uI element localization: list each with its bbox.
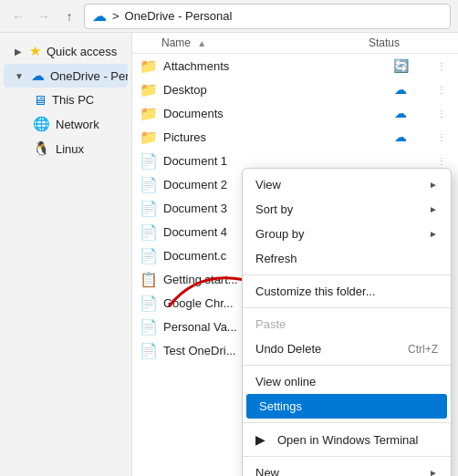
menu-item-paste[interactable]: Paste xyxy=(243,312,451,336)
sort-icon: ▲ xyxy=(197,38,206,48)
word-icon: 📄 xyxy=(140,318,158,336)
pc-icon: 🖥 xyxy=(33,92,47,108)
sidebar: ▶ ★ Quick access ▼ ☁ OneDrive - Perso 🖥 … xyxy=(0,33,132,476)
title-bar: ← → ↑ ☁ > OneDrive - Personal xyxy=(0,0,458,33)
folder-icon: 📁 xyxy=(140,81,158,98)
sidebar-item-this-pc[interactable]: 🖥 This PC xyxy=(4,88,128,111)
folder-icon: 📁 xyxy=(140,57,158,75)
sidebar-item-quick-access[interactable]: ▶ ★ Quick access xyxy=(4,39,128,63)
menu-item-settings[interactable]: Settings xyxy=(246,394,447,419)
file-name: Document 1 xyxy=(163,154,369,168)
menu-label: Open in Windows Terminal xyxy=(277,433,418,447)
col-name-header[interactable]: Name ▲ xyxy=(140,36,369,49)
file-status: ☁ xyxy=(369,106,432,120)
up-button[interactable]: ↑ xyxy=(58,5,80,27)
submenu-arrow: ► xyxy=(429,468,438,476)
forward-button[interactable]: → xyxy=(33,5,55,27)
pdf-icon: 📋 xyxy=(140,271,158,288)
word-icon: 📄 xyxy=(140,152,158,170)
address-text: OneDrive - Personal xyxy=(125,9,233,23)
menu-item-customize[interactable]: Customize this folder... xyxy=(243,279,451,304)
menu-item-view[interactable]: View ► xyxy=(243,172,451,197)
menu-item-open-terminal[interactable]: ▶ Open in Windows Terminal xyxy=(243,427,451,452)
more-icon: ⋮ xyxy=(432,61,451,71)
sidebar-item-onedrive[interactable]: ▼ ☁ OneDrive - Perso xyxy=(4,64,128,88)
sidebar-item-label: Network xyxy=(56,118,99,131)
file-status: 🔄 xyxy=(369,58,432,73)
word-icon: 📄 xyxy=(140,223,158,241)
address-bar[interactable]: ☁ > OneDrive - Personal xyxy=(84,4,451,29)
onedrive-icon: ☁ xyxy=(31,67,45,84)
menu-label: Customize this folder... xyxy=(255,285,376,298)
menu-separator xyxy=(243,456,451,457)
menu-item-undo-delete[interactable]: Undo Delete Ctrl+Z xyxy=(243,336,451,361)
terminal-icon: ▶ xyxy=(255,432,274,447)
sidebar-item-linux[interactable]: 🐧 Linux xyxy=(4,137,128,160)
menu-separator xyxy=(243,422,451,423)
linux-icon: 🐧 xyxy=(33,140,50,157)
more-icon: ⋮ xyxy=(432,156,451,166)
file-name: Documents xyxy=(163,107,369,120)
menu-item-group-by[interactable]: Group by ► xyxy=(243,222,451,246)
word-icon: 📄 xyxy=(140,200,158,217)
word-icon: 📄 xyxy=(140,176,158,193)
folder-icon: 📁 xyxy=(140,105,158,122)
content-area: Name ▲ Status 📁 Attachments 🔄 ⋮ 📁 Deskto… xyxy=(132,33,458,476)
menu-label: View online xyxy=(255,375,316,388)
file-item-documents[interactable]: 📁 Documents ☁ ⋮ xyxy=(132,101,458,125)
submenu-arrow: ► xyxy=(429,229,438,239)
folder-icon: 📁 xyxy=(140,129,158,146)
network-icon: 🌐 xyxy=(33,116,50,132)
word-icon: 📄 xyxy=(140,342,158,359)
file-name: Desktop xyxy=(163,83,369,97)
word-icon: 📄 xyxy=(140,295,158,312)
file-name: Pictures xyxy=(163,130,369,144)
onedrive-icon: ☁ xyxy=(92,7,107,25)
file-item-pictures[interactable]: 📁 Pictures ☁ ⋮ xyxy=(132,125,458,149)
sidebar-item-label: OneDrive - Perso xyxy=(50,69,128,83)
menu-label: Refresh xyxy=(255,252,297,265)
back-button[interactable]: ← xyxy=(7,5,29,27)
word-icon: 📄 xyxy=(140,247,158,264)
menu-separator xyxy=(243,274,451,275)
menu-separator xyxy=(243,365,451,366)
more-icon: ⋮ xyxy=(432,85,451,95)
address-separator: > xyxy=(112,9,120,23)
file-item-desktop[interactable]: 📁 Desktop ☁ ⋮ xyxy=(132,78,458,101)
more-icon: ⋮ xyxy=(432,132,451,142)
menu-label: View xyxy=(255,178,281,191)
expand-icon: ▼ xyxy=(15,71,24,81)
sidebar-item-network[interactable]: 🌐 Network xyxy=(4,112,128,136)
star-icon: ★ xyxy=(29,43,41,59)
menu-label: Undo Delete xyxy=(255,342,321,356)
menu-item-new[interactable]: New ► xyxy=(243,460,451,476)
menu-label: Group by xyxy=(255,227,304,241)
menu-item-refresh[interactable]: Refresh xyxy=(243,246,451,271)
menu-separator xyxy=(243,307,451,308)
file-name: Attachments xyxy=(163,59,369,73)
main-layout: ▶ ★ Quick access ▼ ☁ OneDrive - Perso 🖥 … xyxy=(0,33,458,476)
more-icon: ⋮ xyxy=(432,109,451,119)
sidebar-item-label: Quick access xyxy=(47,45,117,58)
menu-label: Sort by xyxy=(255,202,293,216)
file-status: ☁ xyxy=(369,129,432,144)
file-status: ☁ xyxy=(369,82,432,97)
sidebar-item-label: Linux xyxy=(56,142,84,156)
submenu-arrow: ► xyxy=(429,180,438,190)
file-item-attachments[interactable]: 📁 Attachments 🔄 ⋮ xyxy=(132,54,458,78)
context-menu: View ► Sort by ► Group by ► Refresh xyxy=(242,168,452,476)
menu-label: New xyxy=(255,466,279,476)
col-status-header[interactable]: Status xyxy=(369,36,432,49)
menu-item-sort-by[interactable]: Sort by ► xyxy=(243,197,451,222)
sidebar-item-label: This PC xyxy=(52,93,94,107)
column-headers: Name ▲ Status xyxy=(132,33,458,54)
expand-icon: ▶ xyxy=(15,47,22,57)
menu-label: Settings xyxy=(259,399,302,413)
submenu-arrow: ► xyxy=(429,204,438,214)
menu-label: Paste xyxy=(255,317,286,331)
menu-item-view-online[interactable]: View online xyxy=(243,369,451,394)
menu-shortcut: Ctrl+Z xyxy=(408,343,438,356)
